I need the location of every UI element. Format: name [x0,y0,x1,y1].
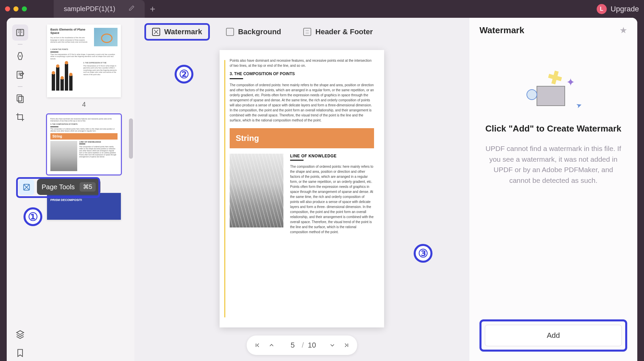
bookmark-tool[interactable] [12,345,28,361]
doc-body1: The composition of ordered points: here … [230,83,374,123]
thumbnail-scrollbar[interactable] [129,118,133,159]
first-page-button[interactable] [254,342,261,349]
thumbnail-page-4[interactable]: Basic Elements of Plane Space Any art fo… [47,24,121,108]
user-avatar[interactable]: L [597,4,607,14]
total-pages: 10 [308,341,316,350]
thumbnail-page-5[interactable]: Points also have dominant and recessive … [47,114,121,187]
doc-heading: 3. THE COMPOSITION OF POINTS [230,71,374,76]
tab-background[interactable]: Background [220,24,287,40]
separator [18,86,22,87]
document-viewer[interactable]: Points also have dominant and recessive … [134,43,469,361]
panel-headline: Click "Add" to Create Watermark [479,123,627,135]
reader-tool[interactable] [12,24,28,41]
favorite-button[interactable]: ★ [619,25,627,36]
watermark-panel: Watermark ★ ✦ ➤ Click "Add" to Create Wa… [469,18,637,361]
upgrade-button[interactable]: Upgrade [611,5,639,13]
tab-title: samplePDF(1)(1) [64,5,115,13]
traffic-lights [5,6,27,11]
thumb4-label: 4 [47,101,121,108]
highlight-tool[interactable] [12,48,28,64]
doc-image [230,154,283,227]
watermark-icon [152,28,160,36]
next-page-button[interactable] [329,342,335,349]
header-footer-icon [303,28,311,36]
page-navigator: 5 / 10 [247,336,357,355]
tab-background-label: Background [238,28,281,36]
panel-title: Watermark [479,25,524,36]
svg-rect-2 [17,95,22,101]
tutorial-marker-1: ① [24,207,42,226]
tab-watermark-label: Watermark [164,28,202,36]
page-margin-line [224,60,225,317]
thumb4-title: Basic Elements of Plane Space [50,28,91,35]
thumb6-title: PRISM DECOMPOSITI [50,198,118,202]
separator [18,44,22,45]
close-window[interactable] [5,6,10,11]
tab-header-footer-label: Header & Footer [315,28,373,36]
crop-tool[interactable] [12,109,28,125]
current-page[interactable]: 5 [288,341,298,350]
prev-page-button[interactable] [268,342,275,349]
maximize-window[interactable] [22,6,27,11]
layers-tool[interactable] [12,326,28,342]
background-icon [226,28,234,36]
document-tab[interactable]: samplePDF(1)(1) [54,0,145,18]
titlebar: samplePDF(1)(1) + L Upgrade [0,0,644,18]
tutorial-highlight-1 [16,177,100,198]
doc-rule [290,160,304,161]
page-tools-tabs: Watermark Background Header & Footer [134,18,469,43]
app-body: Page Tools ⌘5 Basic Elements of Plane Sp… [7,18,637,361]
doc-subheading: LINE OF KNOWLEDGE [290,154,374,158]
new-tab-button[interactable]: + [150,4,155,14]
doc-string-banner: String [230,128,374,148]
last-page-button[interactable] [343,342,350,349]
doc-rule [230,78,243,79]
thumb5-image [50,141,77,171]
add-watermark-button[interactable]: Add [485,325,622,346]
page-field[interactable]: 5 / 10 [282,339,322,352]
panel-description: UPDF cannot find a watermark in this fil… [479,143,627,186]
page-separator: / [302,341,304,350]
svg-rect-3 [18,96,23,103]
document-page: Points also have dominant and recessive … [220,50,384,327]
doc-body2: The composition of ordered points: here … [290,164,374,235]
tutorial-marker-3: ③ [414,244,432,263]
tutorial-highlight-3: Add [479,319,627,352]
tutorial-marker-2: ② [175,65,193,84]
thumb4-image [94,28,118,46]
thumb4-chart [50,62,81,92]
empty-state-illustration: ✦ ➤ [523,69,584,113]
rename-tab-icon[interactable] [129,5,135,13]
organize-tool[interactable] [12,90,28,106]
doc-intro: Points also have dominant and recessive … [230,58,374,68]
minimize-window[interactable] [13,6,18,11]
edit-tool[interactable] [12,67,28,83]
tab-header-footer[interactable]: Header & Footer [297,24,379,40]
tab-watermark[interactable]: Watermark [144,23,210,41]
